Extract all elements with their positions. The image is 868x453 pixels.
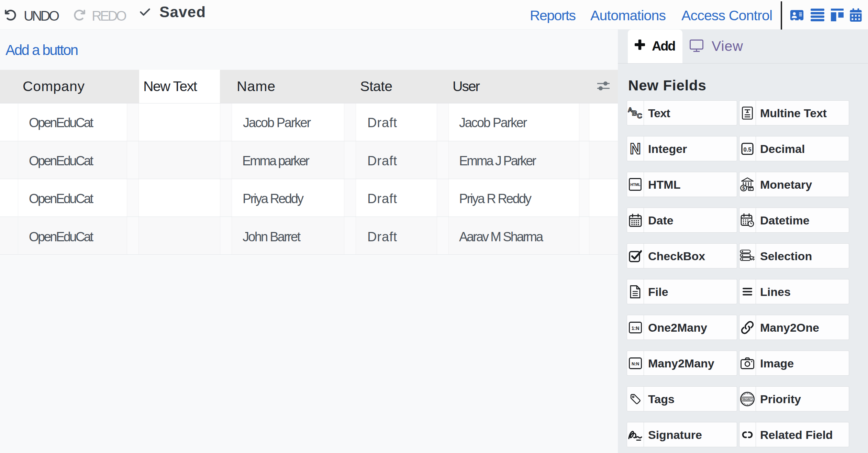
svg-text:HTML: HTML xyxy=(630,183,641,187)
svg-text:0.5: 0.5 xyxy=(744,146,752,152)
svg-text:N:N: N:N xyxy=(631,361,639,366)
svg-text:C: C xyxy=(637,112,642,120)
svg-text:$: $ xyxy=(742,185,745,191)
svg-text:B: B xyxy=(632,109,637,117)
svg-text:1:N: 1:N xyxy=(631,325,639,331)
svg-text:N: N xyxy=(630,142,641,155)
svg-text:PRIORITY: PRIORITY xyxy=(741,398,754,401)
